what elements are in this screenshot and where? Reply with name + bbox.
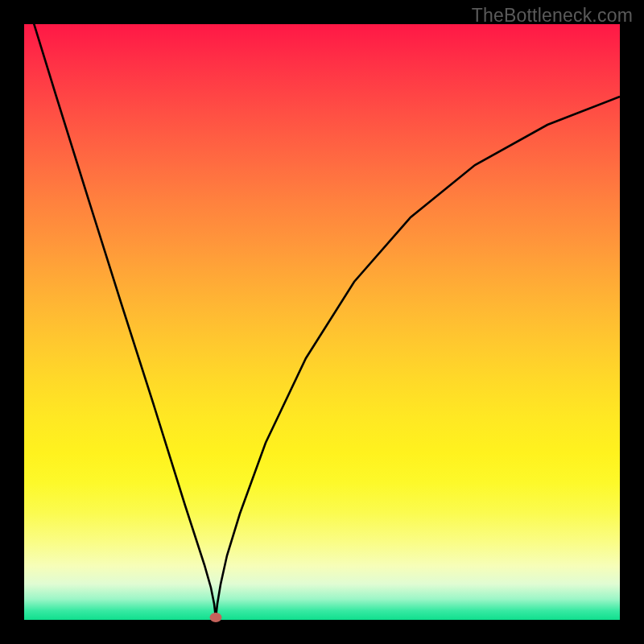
chart-container: TheBottleneck.com [0, 0, 644, 644]
curve-path [24, 0, 620, 617]
watermark-text: TheBottleneck.com [472, 5, 633, 27]
plot-area [24, 24, 620, 620]
bottleneck-curve [24, 24, 620, 620]
curve-minimum-marker [210, 613, 222, 622]
